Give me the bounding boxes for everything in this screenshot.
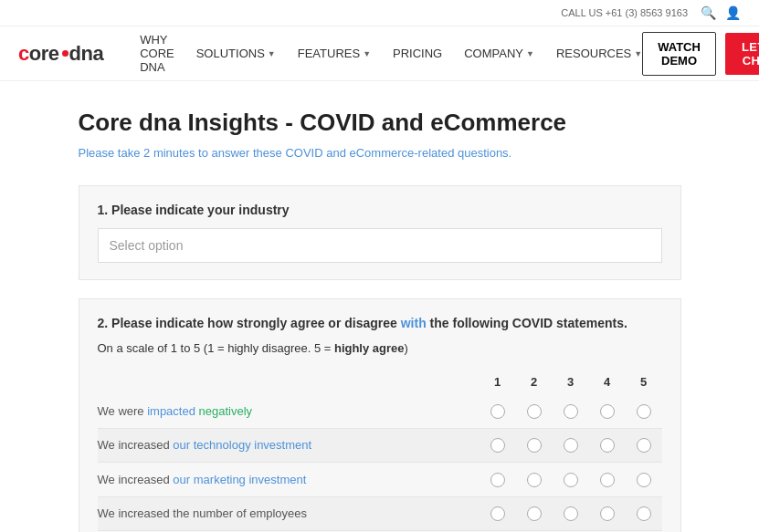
page-subtitle: Please take 2 minutes to answer these CO… bbox=[79, 146, 681, 160]
radio-2-1[interactable] bbox=[480, 428, 516, 463]
radio-2-5[interactable] bbox=[626, 428, 662, 463]
rating-header-row: 1 2 3 4 5 bbox=[98, 370, 662, 394]
radio-1-2[interactable] bbox=[516, 394, 553, 428]
question-1-block: 1. Please indicate your industry Select … bbox=[79, 185, 681, 280]
page-title: Core dna Insights - COVID and eCommerce bbox=[79, 109, 681, 137]
chevron-down-icon: ▼ bbox=[634, 49, 642, 58]
radio-2-2[interactable] bbox=[516, 428, 553, 463]
nav-pricing[interactable]: PRICING bbox=[393, 47, 442, 60]
nav-company[interactable]: COMPANY▼ bbox=[464, 47, 534, 60]
radio-1-5[interactable] bbox=[626, 394, 662, 428]
logo-dna: dna bbox=[69, 42, 104, 66]
table-row: We increased our technology investment bbox=[98, 428, 662, 463]
logo-c: c bbox=[18, 42, 29, 66]
row-label-2: We increased our technology investment bbox=[98, 428, 480, 463]
radio-4-4[interactable] bbox=[589, 496, 626, 531]
logo-ore: ore bbox=[29, 42, 59, 66]
question-1-label: 1. Please indicate your industry bbox=[98, 203, 662, 217]
nav-resources[interactable]: RESOURCES▼ bbox=[556, 47, 642, 60]
lets-chat-button[interactable]: LET'S CHAT bbox=[725, 33, 759, 75]
nav-why-core-dna[interactable]: WHY CORE DNA bbox=[140, 33, 174, 74]
radio-1-3[interactable] bbox=[553, 394, 589, 428]
question-2-block: 2. Please indicate how strongly agree or… bbox=[79, 298, 681, 532]
table-row: We were impacted negatively bbox=[98, 394, 662, 428]
phone-number: CALL US +61 (3) 8563 9163 bbox=[561, 7, 688, 18]
search-icon[interactable]: 🔍 bbox=[701, 5, 716, 20]
row-label-3: We increased our marketing investment bbox=[98, 463, 480, 497]
rating-header-4: 4 bbox=[589, 370, 626, 394]
radio-4-3[interactable] bbox=[553, 496, 589, 531]
radio-3-5[interactable] bbox=[626, 463, 662, 497]
radio-3-1[interactable] bbox=[480, 463, 516, 497]
chevron-down-icon: ▼ bbox=[363, 49, 371, 58]
rating-header-2: 2 bbox=[516, 370, 553, 394]
navigation: core dna WHY CORE DNA SOLUTIONS▼ FEATURE… bbox=[0, 26, 759, 81]
radio-3-4[interactable] bbox=[589, 463, 626, 497]
nav-actions: WATCH DEMO LET'S CHAT bbox=[642, 32, 759, 76]
user-icon[interactable]: 👤 bbox=[725, 5, 741, 20]
top-bar: CALL US +61 (3) 8563 9163 🔍 👤 bbox=[0, 0, 759, 26]
rating-header-1: 1 bbox=[480, 370, 516, 394]
scale-label: On a scale of 1 to 5 (1 = highly disagre… bbox=[98, 341, 662, 355]
rating-table: 1 2 3 4 5 We were impacted negatively bbox=[98, 370, 662, 532]
question-2-label: 2. Please indicate how strongly agree or… bbox=[98, 316, 662, 330]
rating-header-5: 5 bbox=[626, 370, 662, 394]
radio-2-3[interactable] bbox=[553, 428, 589, 463]
radio-1-1[interactable] bbox=[480, 394, 516, 428]
radio-4-2[interactable] bbox=[516, 496, 553, 531]
industry-select-wrapper[interactable]: Select option bbox=[98, 228, 662, 263]
rating-header-empty bbox=[98, 370, 480, 394]
watch-demo-button[interactable]: WATCH DEMO bbox=[642, 32, 716, 76]
chevron-down-icon: ▼ bbox=[268, 49, 276, 58]
radio-3-3[interactable] bbox=[553, 463, 589, 497]
logo-dot-icon bbox=[62, 50, 69, 57]
table-row: We increased the number of employees bbox=[98, 496, 662, 531]
radio-4-5[interactable] bbox=[626, 496, 662, 531]
table-row: We increased our marketing investment bbox=[98, 463, 662, 497]
nav-features[interactable]: FEATURES▼ bbox=[298, 47, 371, 60]
radio-4-1[interactable] bbox=[480, 496, 516, 531]
nav-solutions[interactable]: SOLUTIONS▼ bbox=[196, 47, 276, 60]
row-label-4: We increased the number of employees bbox=[98, 496, 480, 531]
nav-links: WHY CORE DNA SOLUTIONS▼ FEATURES▼ PRICIN… bbox=[140, 33, 642, 74]
top-bar-icons: 🔍 👤 bbox=[701, 5, 741, 20]
main-content: Core dna Insights - COVID and eCommerce … bbox=[60, 81, 700, 532]
radio-2-4[interactable] bbox=[589, 428, 626, 463]
rating-header-3: 3 bbox=[553, 370, 589, 394]
industry-select[interactable]: Select option bbox=[99, 229, 661, 262]
radio-1-4[interactable] bbox=[589, 394, 626, 428]
row-label-1: We were impacted negatively bbox=[98, 394, 480, 428]
chevron-down-icon: ▼ bbox=[526, 49, 534, 58]
logo[interactable]: core dna bbox=[18, 42, 103, 66]
radio-3-2[interactable] bbox=[516, 463, 553, 497]
